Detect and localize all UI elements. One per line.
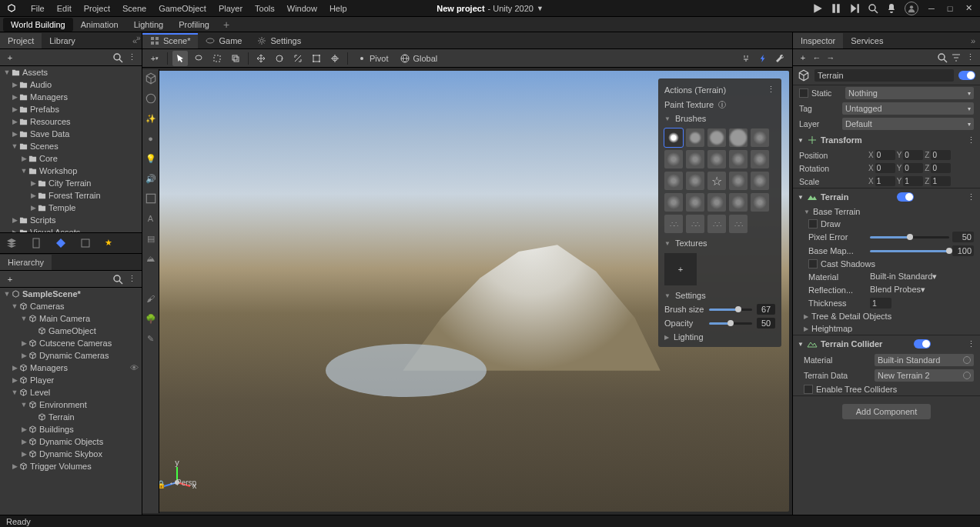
terrain-icon[interactable]: ⛰ [145,252,157,265]
tree-item[interactable]: ▶Dynamic Skybox [0,448,142,460]
brush-size-value[interactable]: 67 [757,304,775,315]
filter-icon[interactable] [951,52,962,63]
tree-item[interactable]: ▶Managers👁 [0,362,142,374]
tree-item[interactable]: ▶Save Data [0,128,142,140]
menu-tools[interactable]: Tools [249,4,281,13]
pause-icon[interactable] [831,3,841,14]
tree-item[interactable]: ▶City Terrain [0,177,142,189]
close-icon[interactable]: ✕ [963,3,974,14]
workspace-tab-world-building[interactable]: World Building [3,18,73,32]
tab-settings[interactable]: Settings [249,33,309,48]
info-icon[interactable]: i [718,101,726,108]
search-icon[interactable] [112,52,123,63]
wand-icon[interactable]: ✨ [145,112,157,125]
position-x[interactable] [875,150,895,160]
terrain-material-dropdown[interactable]: Built-in Standard▾ [870,272,974,282]
add-icon[interactable]: + [5,52,15,63]
menu-edit[interactable]: Edit [51,4,78,13]
enable-toggle[interactable] [958,71,975,80]
tree-item[interactable]: ▶Visual Assets [0,226,142,232]
copy-icon[interactable] [228,51,243,66]
tree-item[interactable]: ▶Resources [0,115,142,128]
search-icon[interactable] [937,52,948,63]
light-icon[interactable]: 💡 [145,152,157,165]
tree-item[interactable]: ▼Scenes [0,140,142,152]
brush-size-slider[interactable] [709,309,752,311]
expand-right-icon[interactable]: » [136,34,147,45]
maximize-icon[interactable]: □ [945,3,955,14]
add-dropdown-icon[interactable]: +▾ [147,51,162,66]
tab-library[interactable]: Library [42,33,83,48]
tab-hierarchy[interactable]: Hierarchy [0,255,52,270]
collider-material-field[interactable]: Built-in Standard [875,354,974,366]
minimize-icon[interactable]: ─ [926,3,937,14]
lightning-icon[interactable] [755,51,771,66]
textures-label[interactable]: Textures [675,238,707,248]
object-picker-icon[interactable] [963,372,971,379]
brush-16[interactable] [686,193,704,212]
terrain-data-field[interactable]: New Terrain 2 [875,369,974,382]
brush-15[interactable] [664,193,683,212]
add-component-button[interactable]: Add Component [842,404,932,419]
rotation-x[interactable] [875,163,895,173]
doc-icon[interactable] [31,238,42,248]
tree-tool-icon[interactable]: 🌳 [145,312,157,325]
actions-more-icon[interactable]: ⋮ [767,85,775,95]
tree-item[interactable]: ▶Temple [0,202,142,214]
brush-0[interactable] [664,128,683,147]
global-toggle[interactable]: Global [396,54,442,63]
rotation-z[interactable] [931,163,951,173]
tree-item[interactable]: ▼Environment [0,399,142,411]
tree-item[interactable]: ▶Forest Terrain [0,189,142,202]
brush-11[interactable] [686,172,704,190]
rotate-tool-icon[interactable] [272,51,287,66]
tree-item[interactable]: ▶Prefabs [0,103,142,115]
brush-14[interactable] [751,172,769,190]
draw-checkbox[interactable] [808,219,818,228]
workspace-tab-animation[interactable]: Animation [73,18,126,32]
tree-item[interactable]: ▶Buildings [0,423,142,435]
globe-icon[interactable] [145,92,157,105]
save-icon[interactable] [80,238,91,248]
brush-9[interactable] [751,150,769,168]
brush-18[interactable] [729,193,748,212]
opacity-value[interactable]: 50 [757,318,775,329]
thickness-input[interactable] [870,298,891,309]
tab-inspector[interactable]: Inspector [793,33,843,48]
brush-tool-icon[interactable]: 🖌 [145,292,157,305]
rotation-y[interactable] [903,163,923,173]
tree-item[interactable]: ▼SampleScene* [0,288,142,300]
script-icon[interactable] [145,192,157,205]
scale-z[interactable] [931,176,951,186]
more-icon[interactable]: ⋮ [126,274,137,285]
sphere-icon[interactable]: ● [145,132,157,145]
layers-icon[interactable] [6,238,17,248]
tree-item[interactable]: ▶Audio [0,78,142,91]
bell-icon[interactable] [886,3,897,14]
component-more-icon[interactable]: ⋮ [967,135,975,145]
gameobject-name-input[interactable] [814,69,954,82]
account-avatar[interactable] [905,2,918,15]
diamond-icon[interactable] [55,238,66,248]
tree-item[interactable]: ▶Dynamic Cameras [0,349,142,362]
move-tool-icon[interactable] [253,51,269,66]
tree-item[interactable]: ▶Managers [0,91,142,103]
tree-item[interactable]: ▼Main Camera [0,312,142,325]
nav-fwd-icon[interactable]: → [825,52,836,63]
brush-17[interactable] [707,193,726,212]
menu-file[interactable]: File [25,4,51,13]
base-terrain-foldout[interactable]: Base Terrain [813,207,861,216]
cube-icon[interactable] [145,72,157,85]
layer-dropdown[interactable]: Default▾ [842,118,974,130]
tag-dropdown[interactable]: Untagged▾ [842,102,974,115]
brush-6[interactable] [686,150,704,168]
component-more-icon[interactable]: ⋮ [967,339,975,349]
tree-detail-foldout[interactable]: Tree & Detail Objects [811,312,891,321]
pixel-error-slider[interactable] [870,236,949,238]
cast-shadows-checkbox[interactable] [808,259,818,269]
chevron-down-icon[interactable]: ▼ [537,5,544,12]
tree-item[interactable]: GameObject [0,325,142,337]
add-workspace-tab[interactable]: + [217,18,236,31]
transform-tool-icon[interactable] [327,51,343,66]
layers2-icon[interactable]: ▤ [145,232,157,245]
